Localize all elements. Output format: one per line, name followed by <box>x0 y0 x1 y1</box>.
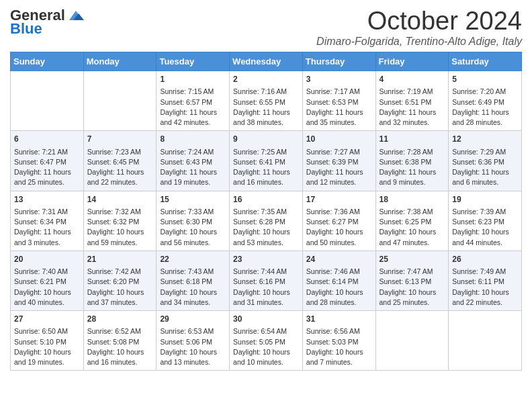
calendar-cell <box>11 71 84 131</box>
day-number: 7 <box>87 134 153 145</box>
calendar-cell: 20Sunrise: 7:40 AMSunset: 6:21 PMDayligh… <box>11 250 84 310</box>
calendar-cell: 29Sunrise: 6:53 AMSunset: 5:06 PMDayligh… <box>157 311 230 371</box>
day-number: 22 <box>160 254 226 265</box>
calendar-cell: 8Sunrise: 7:24 AMSunset: 6:43 PMDaylight… <box>157 131 230 191</box>
calendar-cell: 30Sunrise: 6:54 AMSunset: 5:05 PMDayligh… <box>230 311 303 371</box>
sunset-text: Sunset: 6:11 PM <box>452 277 504 285</box>
day-number: 14 <box>87 194 153 205</box>
daylight-text: Daylight: 11 hours and 3 minutes. <box>14 228 71 246</box>
daylight-text: Daylight: 10 hours and 53 minutes. <box>233 228 290 246</box>
calendar-cell: 5Sunrise: 7:20 AMSunset: 6:49 PMDaylight… <box>449 71 522 131</box>
day-number: 31 <box>306 314 372 325</box>
sunset-text: Sunset: 6:27 PM <box>306 218 359 226</box>
day-number: 21 <box>87 254 153 265</box>
sunset-text: Sunset: 6:53 PM <box>306 98 359 106</box>
sunrise-text: Sunrise: 6:52 AM <box>87 327 141 335</box>
sunrise-text: Sunrise: 7:25 AM <box>233 148 287 156</box>
sunset-text: Sunset: 6:45 PM <box>87 158 140 166</box>
calendar-week-1: 1Sunrise: 7:15 AMSunset: 6:57 PMDaylight… <box>11 71 522 131</box>
sunset-text: Sunset: 6:38 PM <box>380 158 432 166</box>
day-number: 30 <box>233 314 299 325</box>
daylight-text: Daylight: 10 hours and 50 minutes. <box>306 228 363 246</box>
day-number: 9 <box>233 134 299 145</box>
calendar-header-row: SundayMondayTuesdayWednesdayThursdayFrid… <box>11 52 522 71</box>
calendar-cell: 15Sunrise: 7:33 AMSunset: 6:30 PMDayligh… <box>157 191 230 250</box>
calendar-table: SundayMondayTuesdayWednesdayThursdayFrid… <box>10 52 522 371</box>
sunrise-text: Sunrise: 7:19 AM <box>380 87 433 95</box>
calendar-cell: 1Sunrise: 7:15 AMSunset: 6:57 PMDaylight… <box>157 71 230 131</box>
day-number: 17 <box>306 194 372 205</box>
calendar-cell <box>375 311 449 371</box>
calendar-cell <box>83 71 157 131</box>
daylight-text: Daylight: 11 hours and 32 minutes. <box>380 108 437 126</box>
sunrise-text: Sunrise: 6:53 AM <box>160 327 214 335</box>
sunrise-text: Sunrise: 7:40 AM <box>14 267 68 275</box>
calendar-cell: 26Sunrise: 7:49 AMSunset: 6:11 PMDayligh… <box>449 250 522 310</box>
sunset-text: Sunset: 5:06 PM <box>160 338 212 346</box>
calendar-week-5: 27Sunrise: 6:50 AMSunset: 5:10 PMDayligh… <box>11 311 522 371</box>
sunrise-text: Sunrise: 7:24 AM <box>160 148 214 156</box>
daylight-text: Daylight: 11 hours and 25 minutes. <box>14 168 71 186</box>
calendar-cell: 4Sunrise: 7:19 AMSunset: 6:51 PMDaylight… <box>375 71 449 131</box>
day-number: 18 <box>380 194 445 205</box>
calendar-cell: 10Sunrise: 7:27 AMSunset: 6:39 PMDayligh… <box>302 131 375 191</box>
calendar-cell <box>449 311 522 371</box>
sunset-text: Sunset: 6:16 PM <box>233 277 285 285</box>
sunrise-text: Sunrise: 7:36 AM <box>306 208 360 216</box>
day-number: 23 <box>233 254 299 265</box>
day-number: 8 <box>160 134 226 145</box>
logo: General Blue <box>10 7 85 38</box>
sunrise-text: Sunrise: 7:28 AM <box>380 148 433 156</box>
sunrise-text: Sunrise: 7:31 AM <box>14 208 68 216</box>
daylight-text: Daylight: 11 hours and 16 minutes. <box>233 168 290 186</box>
calendar-cell: 9Sunrise: 7:25 AMSunset: 6:41 PMDaylight… <box>230 131 303 191</box>
calendar-cell: 2Sunrise: 7:16 AMSunset: 6:55 PMDaylight… <box>230 71 303 131</box>
column-header-saturday: Saturday <box>449 52 522 71</box>
column-header-wednesday: Wednesday <box>230 52 303 71</box>
day-number: 19 <box>452 194 518 205</box>
sunrise-text: Sunrise: 7:27 AM <box>306 148 360 156</box>
daylight-text: Daylight: 11 hours and 9 minutes. <box>380 168 437 186</box>
sunset-text: Sunset: 6:57 PM <box>160 98 212 106</box>
daylight-text: Daylight: 10 hours and 16 minutes. <box>87 348 144 366</box>
calendar-cell: 25Sunrise: 7:47 AMSunset: 6:13 PMDayligh… <box>375 250 449 310</box>
column-header-tuesday: Tuesday <box>157 52 230 71</box>
day-number: 26 <box>452 254 518 265</box>
day-number: 13 <box>14 194 80 205</box>
sunset-text: Sunset: 6:49 PM <box>452 98 504 106</box>
day-number: 12 <box>452 134 518 145</box>
month-title: October 2024 <box>316 7 522 36</box>
title-block: October 2024 Dimaro-Folgarida, Trentino-… <box>316 7 522 48</box>
day-number: 29 <box>160 314 226 325</box>
sunset-text: Sunset: 6:14 PM <box>306 277 359 285</box>
sunset-text: Sunset: 5:10 PM <box>14 338 66 346</box>
sunrise-text: Sunrise: 7:35 AM <box>233 208 287 216</box>
column-header-friday: Friday <box>375 52 449 71</box>
day-number: 6 <box>14 134 80 145</box>
sunrise-text: Sunrise: 6:56 AM <box>306 327 360 335</box>
calendar-cell: 22Sunrise: 7:43 AMSunset: 6:18 PMDayligh… <box>157 250 230 310</box>
sunset-text: Sunset: 6:43 PM <box>160 158 212 166</box>
calendar-cell: 14Sunrise: 7:32 AMSunset: 6:32 PMDayligh… <box>83 191 157 250</box>
day-number: 20 <box>14 254 80 265</box>
sunrise-text: Sunrise: 7:15 AM <box>160 87 214 95</box>
sunrise-text: Sunrise: 6:54 AM <box>233 327 287 335</box>
daylight-text: Daylight: 10 hours and 25 minutes. <box>380 288 437 306</box>
sunset-text: Sunset: 6:51 PM <box>380 98 432 106</box>
daylight-text: Daylight: 10 hours and 19 minutes. <box>14 348 71 366</box>
day-number: 25 <box>380 254 445 265</box>
daylight-text: Daylight: 10 hours and 47 minutes. <box>380 228 437 246</box>
calendar-cell: 18Sunrise: 7:38 AMSunset: 6:25 PMDayligh… <box>375 191 449 250</box>
sunrise-text: Sunrise: 7:21 AM <box>14 148 68 156</box>
logo-icon <box>66 8 85 23</box>
day-number: 3 <box>306 74 372 85</box>
calendar-cell: 6Sunrise: 7:21 AMSunset: 6:47 PMDaylight… <box>11 131 84 191</box>
sunset-text: Sunset: 6:41 PM <box>233 158 285 166</box>
daylight-text: Daylight: 10 hours and 40 minutes. <box>14 288 71 306</box>
daylight-text: Daylight: 10 hours and 37 minutes. <box>87 288 144 306</box>
sunset-text: Sunset: 6:55 PM <box>233 98 285 106</box>
calendar-cell: 12Sunrise: 7:29 AMSunset: 6:36 PMDayligh… <box>449 131 522 191</box>
calendar-cell: 19Sunrise: 7:39 AMSunset: 6:23 PMDayligh… <box>449 191 522 250</box>
day-number: 28 <box>87 314 153 325</box>
daylight-text: Daylight: 10 hours and 28 minutes. <box>306 288 363 306</box>
